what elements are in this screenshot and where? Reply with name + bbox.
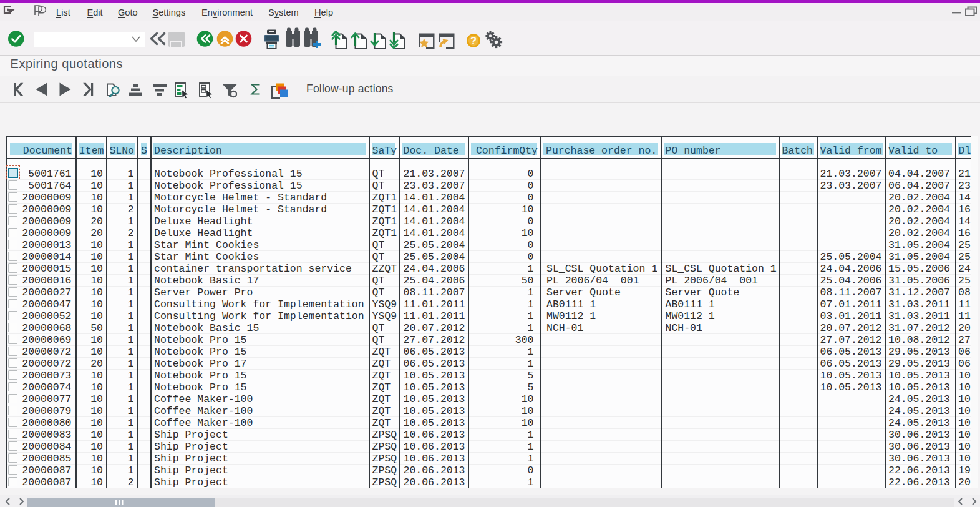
svg-text:?: ? [470, 35, 477, 46]
